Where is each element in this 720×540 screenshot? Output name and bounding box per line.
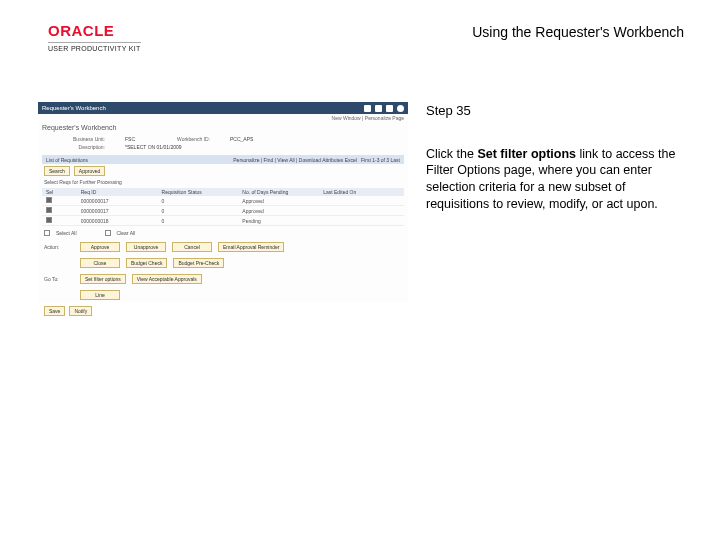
last-link[interactable]: Last bbox=[391, 157, 400, 163]
home-icon[interactable] bbox=[364, 105, 371, 112]
signout-icon[interactable] bbox=[397, 105, 404, 112]
cell-days: 0 bbox=[160, 208, 241, 214]
list-header: List of Requisitions Personalize | Find … bbox=[42, 155, 404, 164]
highlighted-link-name: Set filter options bbox=[477, 147, 576, 161]
list-title: List of Requisitions bbox=[46, 157, 88, 163]
email-reminder-button[interactable]: Email Approval Reminder bbox=[218, 242, 284, 252]
table-row[interactable]: 0000000017 0 Approved bbox=[42, 206, 404, 216]
clear-all-label[interactable]: Clear All bbox=[117, 230, 136, 236]
row-checkbox[interactable] bbox=[46, 197, 52, 203]
embedded-app-screenshot: Requester's Workbench New Window | Perso… bbox=[38, 102, 408, 302]
workbench-id-value: PCC_APS bbox=[230, 136, 253, 142]
set-filter-options-link[interactable]: Set filter options bbox=[80, 274, 126, 284]
app-title: Requester's Workbench bbox=[42, 105, 106, 111]
col-status: Requisition Status bbox=[160, 189, 241, 195]
oracle-logo: ORACLE bbox=[48, 22, 141, 43]
unapprove-button[interactable]: Unapprove bbox=[126, 242, 166, 252]
description-value: *SELECT ON 01/01/2009 bbox=[125, 144, 182, 150]
cell-req-id[interactable]: 0000000017 bbox=[79, 198, 160, 204]
cell-days: 0 bbox=[160, 198, 241, 204]
instruction-panel: Step 35 Click the Set filter options lin… bbox=[426, 102, 686, 302]
table-row[interactable]: 0000000018 0 Pending bbox=[42, 216, 404, 226]
range-text: 1-3 of 3 bbox=[372, 157, 389, 163]
select-instruction: Select Reqs for Further Processing bbox=[38, 178, 408, 186]
view-approvals-link[interactable]: View Acceptable Approvals bbox=[132, 274, 202, 284]
cell-status: Approved bbox=[240, 208, 321, 214]
step-label: Step 35 bbox=[426, 102, 686, 120]
budget-precheck-button[interactable]: Budget Pre-Check bbox=[173, 258, 224, 268]
product-name: USER PRODUCTIVITY KIT bbox=[48, 45, 141, 52]
cell-req-id[interactable]: 0000000018 bbox=[79, 218, 160, 224]
cell-status: Approved bbox=[240, 198, 321, 204]
budget-check-button[interactable]: Budget Check bbox=[126, 258, 167, 268]
action-label: Action: bbox=[44, 244, 74, 250]
cell-status: Pending bbox=[240, 218, 321, 224]
row-checkbox[interactable] bbox=[46, 207, 52, 213]
approve-button[interactable]: Approve bbox=[80, 242, 120, 252]
instruction-text: Click the Set filter options link to acc… bbox=[426, 146, 686, 214]
line-button[interactable]: Line bbox=[80, 290, 120, 300]
document-title: Using the Requester's Workbench bbox=[472, 22, 684, 40]
select-all-label[interactable]: Select All bbox=[56, 230, 77, 236]
description-label: Description: bbox=[50, 144, 105, 150]
approved-filter-button[interactable]: Approved bbox=[74, 166, 105, 176]
first-link[interactable]: First bbox=[361, 157, 371, 163]
cell-req-id[interactable]: 0000000017 bbox=[79, 208, 160, 214]
business-unit-label: Business Unit: bbox=[50, 136, 105, 142]
cell-days: 0 bbox=[160, 218, 241, 224]
col-sel: Sel bbox=[44, 189, 79, 195]
app-titlebar: Requester's Workbench bbox=[38, 102, 408, 114]
col-days: No. of Days Pending bbox=[240, 189, 321, 195]
row-checkbox[interactable] bbox=[46, 217, 52, 223]
worklist-icon[interactable] bbox=[375, 105, 382, 112]
cancel-button[interactable]: Cancel bbox=[172, 242, 212, 252]
col-last-edited: Last Edited On bbox=[321, 189, 402, 195]
clear-all-checkbox[interactable] bbox=[105, 230, 111, 236]
business-unit-value: FSC bbox=[125, 136, 135, 142]
workbench-id-label: Workbench ID: bbox=[155, 136, 210, 142]
app-subline[interactable]: New Window | Personalize Page bbox=[38, 114, 408, 122]
goto-label: Go To: bbox=[44, 276, 74, 282]
personalize-link[interactable]: Personalize | Find | View All | bbox=[233, 157, 297, 163]
select-all-checkbox[interactable] bbox=[44, 230, 50, 236]
col-req-id: Req ID bbox=[79, 189, 160, 195]
requisitions-table: Sel Req ID Requisition Status No. of Day… bbox=[42, 188, 404, 226]
save-button[interactable]: Save bbox=[44, 306, 65, 316]
titlebar-icons bbox=[364, 105, 404, 112]
notify-button[interactable]: Notify bbox=[69, 306, 92, 316]
table-row[interactable]: 0000000017 0 Approved bbox=[42, 196, 404, 206]
search-button[interactable]: Search bbox=[44, 166, 70, 176]
download-excel-link[interactable]: Download Attributes Excel bbox=[299, 157, 357, 163]
menu-icon[interactable] bbox=[386, 105, 393, 112]
oracle-logo-block: ORACLE USER PRODUCTIVITY KIT bbox=[48, 22, 141, 52]
close-button[interactable]: Close bbox=[80, 258, 120, 268]
page-title: Requester's Workbench bbox=[38, 122, 408, 135]
